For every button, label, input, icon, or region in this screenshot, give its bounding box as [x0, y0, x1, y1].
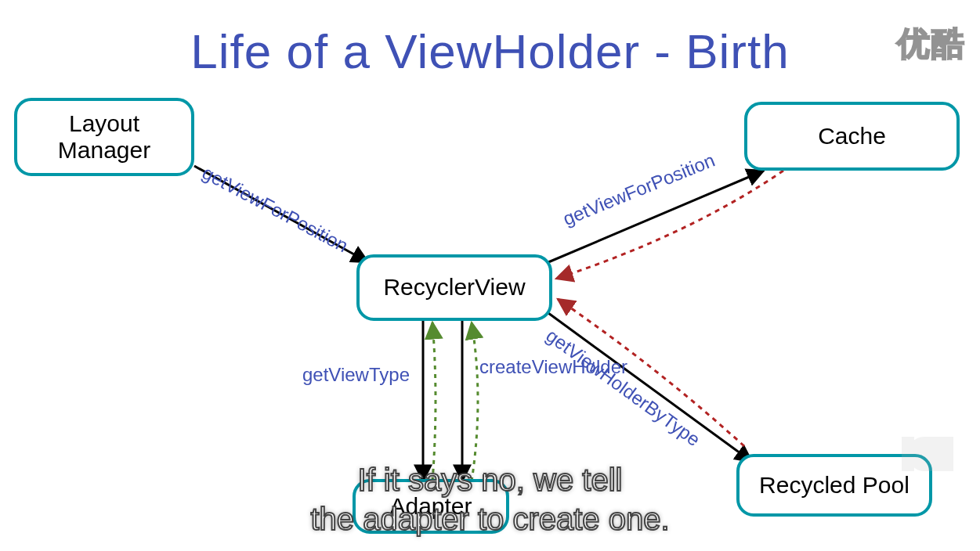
video-subtitle: If it says no, we tell the adapter to cr… [0, 460, 980, 538]
edge-label-rv-pool: getViewHolderByType [542, 325, 704, 451]
svg-line-2 [548, 313, 752, 462]
node-label: Layout Manager [58, 110, 150, 164]
node-layout-manager: Layout Manager [14, 98, 194, 176]
node-cache: Cache [744, 102, 960, 171]
node-recyclerview: RecyclerView [356, 254, 552, 321]
edge-label-rv-cache: getViewForPosition [560, 149, 718, 230]
node-label: RecyclerView [383, 274, 525, 301]
youku-watermark: 优酷 [897, 22, 966, 66]
edge-label-lm-rv: getViewForPosition [198, 162, 351, 257]
node-label: Cache [818, 123, 886, 150]
diagram-title: Life of a ViewHolder - Birth [0, 23, 980, 79]
edge-label-getviewtype: getViewType [302, 364, 410, 386]
